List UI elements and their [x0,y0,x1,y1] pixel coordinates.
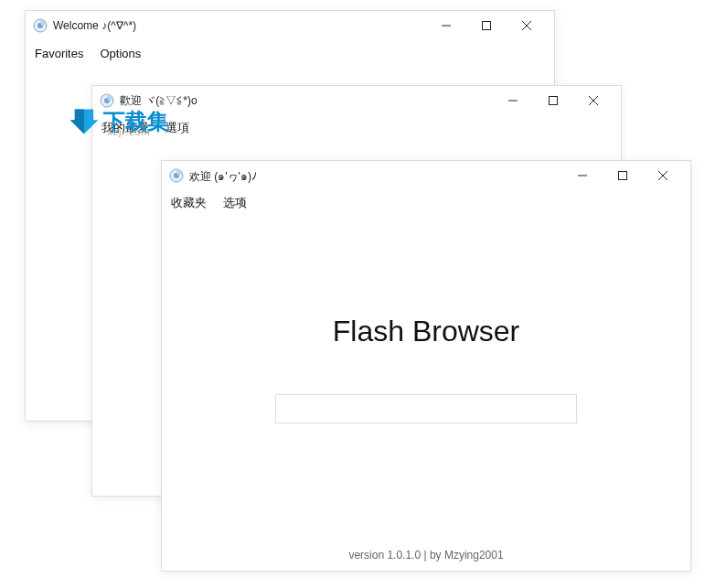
app-heading: Flash Browser [333,315,520,348]
app-icon [169,168,184,183]
titlebar[interactable]: 歡迎 ヾ(≧▽≦*)o [92,86,621,115]
minimize-button[interactable] [493,87,533,114]
menubar: 我的最愛 選項 [92,115,621,141]
minimize-button[interactable] [426,12,466,39]
maximize-button[interactable] [603,162,643,189]
svg-rect-3 [483,22,491,30]
footer-text: version 1.0.1.0 | by Mzying2001 [162,549,690,561]
svg-rect-15 [619,172,627,180]
menubar: 收藏夹 选项 [162,190,690,216]
close-button[interactable] [573,87,614,114]
window-title: 欢迎 (๑'ヮ'๑)ﾉ [189,167,257,185]
maximize-button[interactable] [466,12,507,39]
menu-options[interactable]: 选项 [223,195,247,211]
close-button[interactable] [643,162,683,189]
menu-favorites[interactable]: Favorites [35,47,83,60]
menu-options[interactable]: 選項 [165,120,189,136]
menu-options[interactable]: Options [100,47,141,60]
titlebar[interactable]: 欢迎 (๑'ヮ'๑)ﾉ [162,161,690,190]
menu-favorites[interactable]: 我的最愛 [101,120,149,136]
app-icon [100,93,114,108]
minimize-button[interactable] [562,162,603,189]
menubar: Favorites Options [26,40,554,66]
titlebar[interactable]: Welcome ♪(^∇^*) [26,11,554,40]
menu-favorites[interactable]: 收藏夹 [171,195,207,211]
window-title: Welcome ♪(^∇^*) [53,19,136,32]
app-icon [33,18,48,33]
window-simplified-chinese: 欢迎 (๑'ヮ'๑)ﾉ 收藏夹 选项 Flash Browser version… [161,160,691,572]
maximize-button[interactable] [533,87,573,114]
content-area: Flash Browser [162,216,690,571]
close-button[interactable] [507,12,547,39]
search-input[interactable] [275,394,577,423]
window-title: 歡迎 ヾ(≧▽≦*)o [120,93,198,109]
svg-rect-9 [550,97,558,105]
